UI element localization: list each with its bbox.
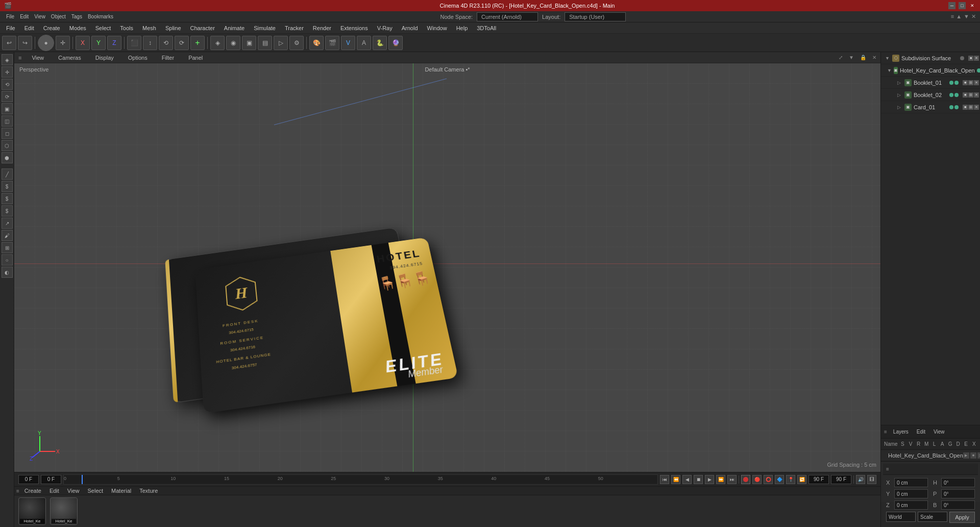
model-mode-btn[interactable]: ◈ <box>210 36 225 50</box>
coord-p-val[interactable]: 0° <box>941 489 975 498</box>
rotate-z-btn[interactable]: Z <box>107 36 121 50</box>
lp-dollar1[interactable]: $ <box>2 181 13 192</box>
lp-curve[interactable]: ↗ <box>2 218 13 229</box>
om-view[interactable]: View <box>32 13 47 20</box>
next-frame-btn[interactable]: ⏩ <box>716 475 725 484</box>
lp-poly1[interactable]: ▣ <box>2 103 13 114</box>
layers-tab[interactable]: Layers <box>891 428 911 436</box>
obj-btn-1b[interactable]: ✕ <box>974 56 979 61</box>
obj-rotate-btn[interactable]: ⟳ <box>175 36 189 50</box>
vt-filter[interactable]: Filter <box>158 54 178 62</box>
coord-h-val[interactable]: 0° <box>941 478 975 487</box>
vt-display[interactable]: Display <box>91 54 118 62</box>
motion-clip-btn[interactable]: 🎞 <box>867 475 876 484</box>
mat-material[interactable]: Material <box>108 487 134 495</box>
material-btn[interactable]: 🎨 <box>309 36 324 50</box>
vt-options[interactable]: Options <box>124 54 152 62</box>
coord-scale-mode[interactable]: Scale <box>918 512 947 522</box>
material-thumb-1[interactable]: Hotel_Ke <box>18 497 46 525</box>
om-edit[interactable]: Edit <box>18 13 31 20</box>
coord-b-val[interactable]: 0° <box>941 500 975 510</box>
extra-btn-2[interactable]: 🔮 <box>388 36 403 50</box>
dot-5b[interactable] <box>954 105 959 109</box>
lp-line[interactable]: ╱ <box>2 169 13 180</box>
om-tags[interactable]: Tags <box>69 13 84 20</box>
vp-icon-down[interactable]: ▼ <box>849 55 854 60</box>
menu-tools[interactable]: Tools <box>116 24 137 32</box>
obj-btn-5b[interactable]: ⊞ <box>968 105 973 110</box>
obj-create-btn[interactable]: ⬛ <box>127 36 141 50</box>
om-object[interactable]: Object <box>49 13 68 20</box>
mat-edit[interactable]: Edit <box>46 487 62 495</box>
frame-offset[interactable]: 0 F <box>41 475 61 484</box>
goto-start-btn[interactable]: ⏮ <box>660 475 669 484</box>
lp-grid[interactable]: ⊞ <box>2 242 13 253</box>
menu-modes[interactable]: Modes <box>65 24 90 32</box>
coord-world-mode[interactable]: World <box>886 512 916 522</box>
obj-btn-5c[interactable]: ✕ <box>974 105 979 110</box>
obj-btn-1a[interactable]: ■ <box>968 56 973 61</box>
coord-y-val[interactable]: 0 cm <box>894 489 928 498</box>
mat-view[interactable]: View <box>64 487 83 495</box>
menu-window[interactable]: Window <box>423 24 451 32</box>
obj-item-subdivision[interactable]: ▼ ⬡ Subdivision Surface ■ ✕ <box>881 52 980 64</box>
live-select-btn[interactable]: ● <box>38 35 54 51</box>
vp-icon-lock[interactable]: 🔒 <box>860 55 866 60</box>
mesh-mode-btn[interactable]: ◉ <box>226 36 240 50</box>
dot-2a[interactable] <box>977 68 980 73</box>
menu-animate[interactable]: Animate <box>220 24 249 32</box>
menu-tracker[interactable]: Tracker <box>281 24 308 32</box>
layer-icon-3[interactable]: ▷ <box>977 452 980 459</box>
lp-magnet[interactable]: ◐ <box>2 267 13 278</box>
om-file[interactable]: File <box>4 13 16 20</box>
add-btn[interactable]: + <box>190 36 205 50</box>
stop-btn[interactable]: ⏹ <box>694 475 703 484</box>
close-btn[interactable]: ✕ <box>969 2 976 9</box>
layers-view-tab[interactable]: View <box>932 428 947 436</box>
om-icon-1[interactable]: ≡ <box>951 13 954 20</box>
dot-4b[interactable] <box>954 93 959 97</box>
dot-5a[interactable] <box>949 105 953 109</box>
menu-select[interactable]: Select <box>91 24 115 32</box>
frame-current[interactable]: 0 F <box>18 475 39 484</box>
lp-sphere[interactable]: ○ <box>2 254 13 266</box>
om-bookmarks[interactable]: Bookmarks <box>86 13 115 20</box>
auto-key-btn[interactable]: 🔴 <box>752 475 762 484</box>
obj-btn-4a[interactable]: ■ <box>963 92 968 98</box>
undo-btn[interactable]: ↩ <box>2 36 16 50</box>
om-icon-2[interactable]: ▲ <box>956 13 962 20</box>
render-btn[interactable]: 🎬 <box>325 36 339 50</box>
vt-cameras[interactable]: Cameras <box>54 54 85 62</box>
lp-select[interactable]: ◈ <box>2 54 13 65</box>
layer-icon-play[interactable]: ▶ <box>963 452 969 459</box>
obj-item-card01[interactable]: ▷ ▣ Card_01 ■ ⊞ ✕ <box>881 101 980 113</box>
om-icon-3[interactable]: ▼ <box>964 13 969 20</box>
play-reverse-btn[interactable]: ◀ <box>682 475 692 484</box>
key-pos-btn[interactable]: 📍 <box>786 475 795 484</box>
coord-x-val[interactable]: 0 cm <box>894 478 928 487</box>
lp-scale[interactable]: ⟲ <box>2 79 13 90</box>
menu-spline[interactable]: Spline <box>161 24 185 32</box>
obj-btn-4b[interactable]: ⊞ <box>968 92 973 98</box>
layer-icon-2[interactable]: ■ <box>970 452 976 459</box>
dot-3a[interactable] <box>949 81 953 85</box>
card-3d-object[interactable]: HOTEL 394.424.6715 🪑🪑🪑 H <box>157 217 453 411</box>
dot-3b[interactable] <box>954 81 959 85</box>
om-icon-4[interactable]: ✕ <box>971 13 976 20</box>
play-btn[interactable]: ▶ <box>705 475 714 484</box>
coord-z-val[interactable]: 0 cm <box>894 500 928 510</box>
prev-frame-btn[interactable]: ⏪ <box>671 475 680 484</box>
material-thumb-2[interactable]: Hotel_Ke <box>50 497 78 525</box>
rotate-x-btn[interactable]: X <box>76 36 90 50</box>
lp-dollar2[interactable]: $ <box>2 193 13 204</box>
obj-btn-3b[interactable]: ⊞ <box>968 80 973 85</box>
node-space-value[interactable]: Current (Arnold) <box>477 12 538 21</box>
anim-mode-btn[interactable]: ▷ <box>274 36 288 50</box>
key-sel-btn[interactable]: 🔷 <box>775 475 784 484</box>
lp-poly5[interactable]: ⬢ <box>2 152 13 163</box>
mat-create[interactable]: Create <box>21 487 44 495</box>
mat-select[interactable]: Select <box>85 487 107 495</box>
frame-fps[interactable]: 90 F <box>831 475 851 484</box>
minimize-btn[interactable]: ─ <box>948 2 955 9</box>
dot-4a[interactable] <box>949 93 953 97</box>
